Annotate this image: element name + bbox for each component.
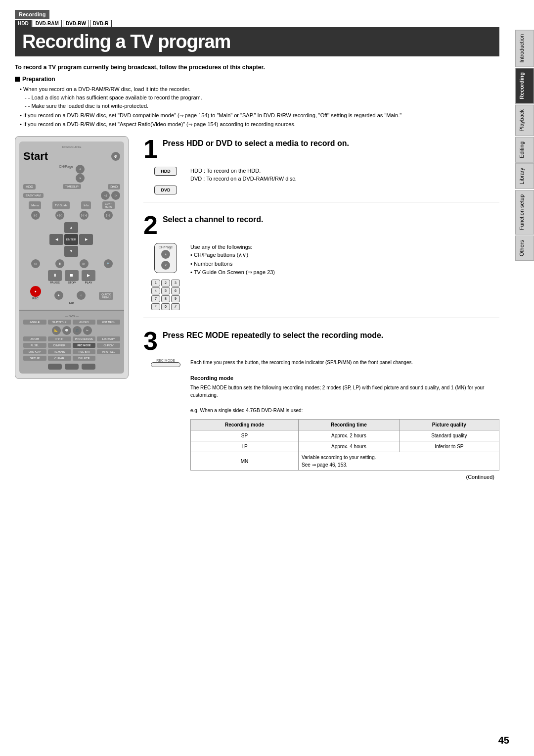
zoom-button[interactable]: ZOOM: [23, 336, 46, 341]
num-btn-3: 3: [171, 280, 180, 286]
slow-button[interactable]: |◁: [31, 211, 40, 220]
hdd-button[interactable]: HDD: [23, 184, 36, 189]
delete-button[interactable]: DELETE: [73, 356, 96, 361]
ch-up-button[interactable]: ∧: [76, 165, 85, 174]
sidebar-tab-playback[interactable]: Playback: [515, 105, 534, 136]
step-2-section: 2 Select a channel to record. CH/Page ∧ …: [143, 212, 499, 318]
step-2-bullet-2: Number buttons: [190, 260, 499, 269]
num-btn-7: 7: [151, 295, 160, 302]
easy-navi-button[interactable]: EASY NAVI: [23, 193, 44, 198]
section-label: Recording: [15, 10, 49, 19]
open-close-label: OPEN/CLOSE: [23, 145, 120, 148]
tv-guide-button[interactable]: TV Guide: [52, 201, 70, 209]
cell-sp-time: Approx. 2 hours: [299, 430, 400, 441]
frame-back-button[interactable]: ◁|: [31, 259, 40, 268]
ch-page-group: CH/Page ∧ ∨: [23, 165, 120, 183]
step-3-header: 3 Press REC MODE repeatedly to select th…: [143, 328, 499, 354]
timeslip-button[interactable]: TIMESLIP: [63, 184, 81, 189]
angle-icon-btn[interactable]: 📐: [52, 326, 61, 335]
next-button[interactable]: ▷▷|: [80, 211, 89, 220]
edit-menu-button[interactable]: EDIT MENU: [97, 320, 120, 325]
clear-button[interactable]: CLEAR: [48, 356, 71, 361]
num-btn-star: *: [151, 303, 160, 310]
nav-right-button[interactable]: ▶: [79, 234, 93, 245]
menu-button[interactable]: Menu: [29, 201, 41, 209]
chp-divide-button[interactable]: CHP DIV: [97, 343, 120, 348]
prev-button[interactable]: |◁◁: [55, 211, 64, 220]
star-button[interactable]: ★: [54, 291, 63, 300]
subtitle-button[interactable]: SUBTITLE: [48, 320, 71, 325]
nav-icon-2[interactable]: ▷: [111, 191, 120, 200]
info-button[interactable]: Info: [81, 201, 91, 209]
quick-menu-button[interactable]: QUICKMENU: [99, 292, 113, 300]
nav-icon-1[interactable]: ◁: [101, 191, 110, 200]
prep-item-2: If you record on a DVD-R/RW disc, set "D…: [20, 111, 499, 120]
content-menu-button[interactable]: CONTMENU: [102, 201, 115, 209]
pip-button[interactable]: P in P: [48, 336, 71, 341]
pause-button[interactable]: ⏸: [48, 270, 62, 281]
skip-button[interactable]: ▷|: [104, 211, 113, 220]
circle-button[interactable]: ○: [77, 291, 86, 300]
ch-up-illus[interactable]: ∧: [161, 250, 170, 259]
pause-icon-btn[interactable]: ⏸: [55, 259, 64, 268]
setup-button[interactable]: SETUP: [23, 356, 46, 361]
audio-button[interactable]: AUDIO: [73, 320, 96, 325]
display-button[interactable]: DISPLAY: [23, 349, 46, 354]
dvd-button[interactable]: DVD: [108, 184, 120, 189]
arrow-icon-2: ⇒: [188, 121, 192, 128]
stop-button[interactable]: ⏹: [65, 270, 79, 281]
table-header-time: Recording time: [299, 420, 400, 430]
dimmer-button[interactable]: DIMMER: [48, 343, 71, 348]
progressive-button[interactable]: PROGRESSIVE: [73, 336, 96, 341]
step-2-header: 2 Select a channel to record.: [143, 212, 499, 238]
power-button[interactable]: ⏻: [111, 152, 120, 161]
badge-dvd-rw: DVD-RW: [63, 20, 89, 27]
table-header-quality: Picture quality: [399, 420, 499, 430]
sidebar-tab-introduction[interactable]: Introduction: [515, 30, 534, 67]
ch-down-button[interactable]: ∨: [76, 174, 85, 183]
bottom-btn-3[interactable]: [82, 364, 95, 370]
step-3-buttons: REC MODE: [148, 359, 183, 367]
transport-row: |◁ |◁◁ ▷▷| ▷|: [23, 211, 120, 220]
library-button[interactable]: LIBRARY: [97, 336, 120, 341]
badge-dvd-r: DVD-R: [90, 20, 112, 27]
rec-mode-button-remote[interactable]: REC MODE: [73, 343, 96, 348]
rec-button[interactable]: ●: [30, 286, 41, 297]
nav-left-button[interactable]: ◀: [49, 234, 63, 245]
sidebar-tab-others[interactable]: Others: [515, 236, 534, 261]
fl-select-button[interactable]: FL SEL: [23, 343, 46, 348]
nav-up-button[interactable]: ▲: [64, 222, 78, 233]
frame-fwd-button[interactable]: |▷: [80, 259, 89, 268]
subtitle-icon-btn[interactable]: 💬: [62, 326, 71, 335]
angle-button[interactable]: ANGLE: [23, 320, 46, 325]
pause-stop-play-row: ⏸ PAUSE ⏹ STOP ▶ PLAY: [23, 270, 120, 284]
pause-col: ⏸ PAUSE: [48, 270, 62, 284]
step-2-bullet-3: TV Guide On Screen (⇒ page 23): [190, 268, 499, 277]
page-title: Recording a TV program: [22, 31, 492, 52]
sidebar-tab-library[interactable]: Library: [515, 163, 534, 189]
start-label: Start: [23, 150, 48, 163]
arrow-icon: ⇒: [179, 112, 183, 119]
step-2-number: 2: [143, 212, 158, 238]
num-btn-8: 8: [161, 295, 170, 302]
remain-button[interactable]: REMAIN: [48, 349, 71, 354]
easy-navi-row: EASY NAVI ◁ ▷: [23, 191, 120, 200]
bottom-btn-2[interactable]: [65, 364, 79, 370]
ch-down-illus[interactable]: ∨: [161, 261, 170, 270]
bottom-btn-1[interactable]: [48, 364, 62, 370]
dvd-illus-button: DVD: [154, 186, 177, 194]
sidebar-tab-recording[interactable]: Recording: [515, 68, 534, 103]
two-col-layout: OPEN/CLOSE Start ⏻ CH/Page ∧ ∨: [15, 136, 499, 499]
picture-search-button[interactable]: 🔍: [104, 259, 113, 268]
enter-button[interactable]: ENTER: [64, 234, 78, 245]
time-bar-button[interactable]: TIME BAR: [73, 349, 96, 354]
input-select-button[interactable]: INPUT SEL: [97, 349, 120, 354]
cell-mn-mode: MN: [191, 452, 299, 471]
sidebar-tab-function-setup[interactable]: Function setup: [515, 190, 534, 235]
edit-icon-btn[interactable]: ✂: [83, 326, 92, 335]
step-3-title: Press REC MODE repeatedly to select the …: [163, 328, 383, 341]
sidebar-tab-editing[interactable]: Editing: [515, 137, 534, 163]
audio-icon-btn[interactable]: 🎵: [73, 326, 82, 335]
play-button[interactable]: ▶: [82, 270, 95, 281]
nav-down-button[interactable]: ▼: [64, 246, 78, 257]
